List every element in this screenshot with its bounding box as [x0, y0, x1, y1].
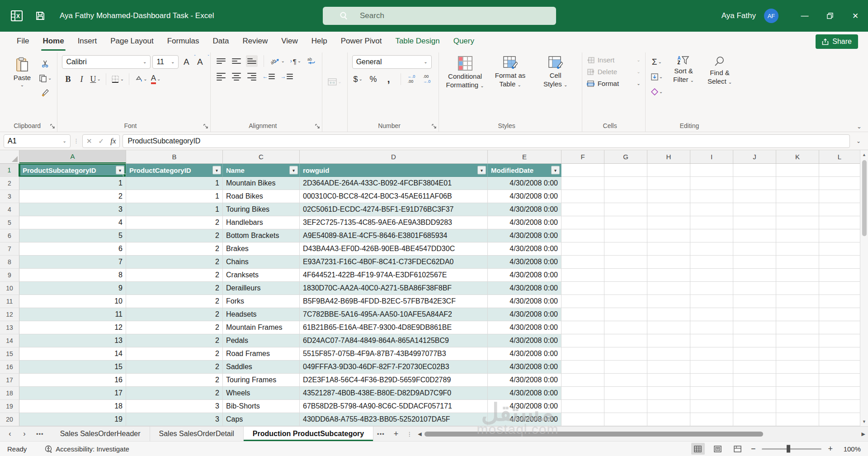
cell[interactable]	[776, 308, 819, 321]
cell[interactable]	[604, 400, 647, 413]
cell[interactable]	[690, 387, 733, 400]
cell[interactable]	[733, 216, 776, 229]
cell[interactable]: 2	[126, 256, 223, 269]
cell[interactable]: 4/30/2008 0:00	[488, 387, 561, 400]
scroll-down-icon[interactable]: ▼	[862, 417, 866, 426]
cell[interactable]	[776, 387, 819, 400]
cell[interactable]	[647, 374, 690, 387]
cell[interactable]: 1	[19, 177, 126, 190]
cell[interactable]: Wheels	[223, 387, 300, 400]
format-painter-button[interactable]	[38, 87, 52, 99]
fill-color-dropdown[interactable]: ⌄	[143, 77, 147, 81]
cell[interactable]	[733, 374, 776, 387]
sheet-tab-sales-salesorderdetail[interactable]: Sales SalesOrderDetail	[150, 427, 244, 441]
cell[interactable]: 13	[19, 334, 126, 347]
cell[interactable]	[647, 321, 690, 334]
cell[interactable]	[733, 203, 776, 216]
cell[interactable]: 02C5061D-ECDC-4274-B5F1-E91D76BC3F37	[300, 203, 488, 216]
cell[interactable]: 4/30/2008 0:00	[488, 216, 561, 229]
font-size-select[interactable]: 11⌄	[152, 55, 179, 69]
cell[interactable]	[647, 308, 690, 321]
collapse-ribbon-button[interactable]: ⌄	[857, 123, 862, 130]
cell[interactable]	[733, 282, 776, 295]
cell[interactable]	[561, 361, 604, 374]
filter-icon[interactable]: ▾	[116, 166, 124, 175]
cell[interactable]: 61B21B65-E16A-4BE7-9300-4D8E9DB861BE	[300, 321, 488, 334]
cell[interactable]: 4/30/2008 0:00	[488, 400, 561, 413]
cell[interactable]: 2	[19, 190, 126, 203]
text-direction-button[interactable]: ›¶⌄	[289, 55, 302, 67]
cell[interactable]: D2E3F1A8-56C4-4F36-B29D-5659FC0D2789	[300, 374, 488, 387]
formula-input[interactable]: ProductSubcategoryID	[123, 134, 850, 148]
cell[interactable]	[604, 295, 647, 308]
normal-view-button[interactable]	[691, 443, 705, 455]
cell[interactable]	[647, 413, 690, 426]
cell[interactable]: 2D364ADE-264A-433C-B092-4FCBF3804E01	[300, 177, 488, 190]
row-header-4[interactable]: 4	[0, 203, 19, 216]
cell[interactable]	[647, 282, 690, 295]
align-bottom-button[interactable]	[246, 55, 258, 67]
cell[interactable]: D43BA4A3-EF0D-426B-90EB-4BE4547DD30C	[300, 242, 488, 256]
filter-icon[interactable]: ▾	[551, 166, 560, 175]
row-header-11[interactable]: 11	[0, 295, 19, 308]
underline-button[interactable]: U	[90, 75, 96, 84]
cell[interactable]	[733, 347, 776, 361]
cell[interactable]	[604, 242, 647, 256]
cell[interactable]: 4/30/2008 0:00	[488, 190, 561, 203]
cell[interactable]: 7C782BBE-5A16-495A-AA50-10AFE5A84AF2	[300, 308, 488, 321]
row-header-6[interactable]: 6	[0, 229, 19, 242]
sort-filter-button[interactable]: AZ Sort &Filter ⌄	[667, 55, 700, 98]
cell[interactable]	[604, 216, 647, 229]
row-header-16[interactable]: 16	[0, 361, 19, 374]
cell[interactable]	[647, 242, 690, 256]
increase-decimal-button[interactable]: ←.0.00	[407, 73, 419, 85]
column-header-C[interactable]: C	[223, 150, 300, 163]
cell[interactable]	[733, 190, 776, 203]
row-header-13[interactable]: 13	[0, 321, 19, 334]
cell[interactable]	[776, 164, 819, 177]
cell[interactable]	[647, 164, 690, 177]
cell[interactable]: 4/30/2008 0:00	[488, 256, 561, 269]
clear-dropdown[interactable]: ⌄	[659, 90, 663, 94]
number-format-select[interactable]: General⌄	[352, 55, 432, 69]
cell[interactable]: 3	[126, 400, 223, 413]
cell[interactable]	[733, 361, 776, 374]
zoom-slider[interactable]	[762, 448, 821, 450]
font-color-button[interactable]: A⌄	[150, 73, 162, 85]
cell[interactable]	[776, 229, 819, 242]
cell[interactable]: Handlebars	[223, 216, 300, 229]
decrease-indent-button[interactable]: ←	[261, 71, 276, 82]
paste-dropdown[interactable]: ⌄	[20, 83, 24, 87]
column-header-D[interactable]: D	[300, 150, 488, 163]
cell[interactable]: 4/30/2008 0:00	[488, 321, 561, 334]
cell[interactable]: 2	[126, 334, 223, 347]
restore-button[interactable]	[817, 0, 843, 32]
cell[interactable]	[647, 334, 690, 347]
row-header-3[interactable]: 3	[0, 190, 19, 203]
cell[interactable]: Derailleurs	[223, 282, 300, 295]
cell[interactable]	[604, 347, 647, 361]
cell[interactable]: 4/30/2008 0:00	[488, 177, 561, 190]
table-column-header-ProductSubcategoryID[interactable]: ProductSubcategoryID▾	[19, 164, 126, 177]
row-header-9[interactable]: 9	[0, 269, 19, 282]
ribbon-tab-query[interactable]: Query	[447, 32, 481, 51]
vertical-scroll-thumb[interactable]	[862, 160, 867, 236]
cell[interactable]: 11	[19, 308, 126, 321]
cell[interactable]	[690, 282, 733, 295]
cell[interactable]	[776, 190, 819, 203]
cell[interactable]	[647, 400, 690, 413]
cell[interactable]: 3EF2C725-7135-4C85-9AE6-AE9A3BDD9283	[300, 216, 488, 229]
cell[interactable]	[733, 229, 776, 242]
cell[interactable]	[690, 216, 733, 229]
column-header-F[interactable]: F	[561, 150, 604, 163]
column-header-G[interactable]: G	[604, 150, 647, 163]
row-header-17[interactable]: 17	[0, 374, 19, 387]
fill-handle[interactable]	[123, 174, 126, 177]
clipboard-dialog-launcher[interactable]	[50, 124, 55, 129]
cell[interactable]	[604, 256, 647, 269]
user-name[interactable]: Aya Fathy	[722, 11, 756, 20]
cell[interactable]: 1830D70C-AA2A-40C0-A271-5BA86F38F8BF	[300, 282, 488, 295]
copy-button[interactable]: ⌄	[38, 72, 52, 84]
cell[interactable]: Forks	[223, 295, 300, 308]
cell[interactable]	[690, 190, 733, 203]
